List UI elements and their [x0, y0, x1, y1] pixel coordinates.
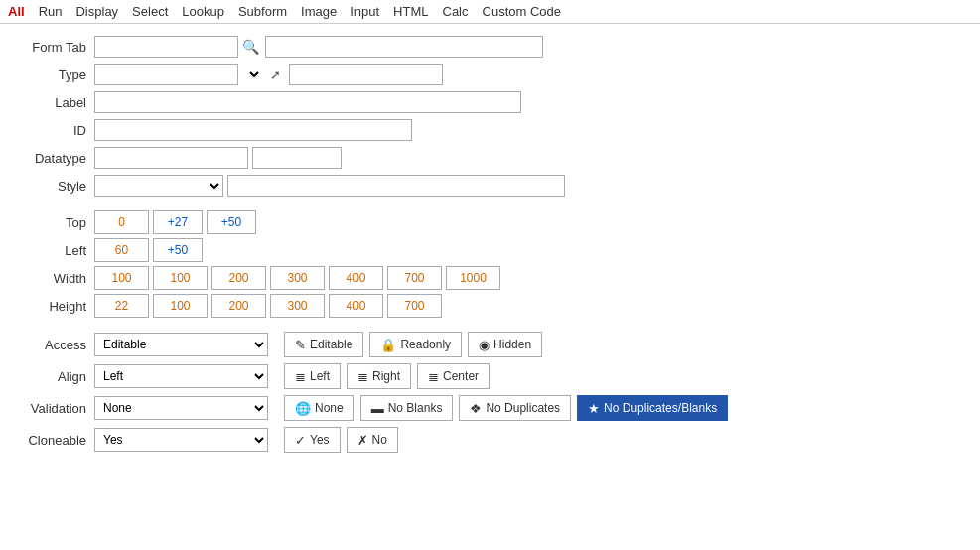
validation-none-button[interactable]: 🌐 None — [284, 395, 354, 421]
menu-item-select[interactable]: Select — [132, 4, 168, 19]
align-buttons: ≣ Left ≣ Right ≣ Center — [284, 363, 490, 389]
height-100-button[interactable]: 100 — [153, 294, 208, 318]
menu-item-custom-code[interactable]: Custom Code — [483, 4, 561, 19]
left-value-button[interactable]: 60 — [94, 238, 149, 262]
validation-no-blanks-button[interactable]: ▬ No Blanks — [360, 395, 454, 421]
width-label: Width — [20, 271, 94, 286]
validation-label: Validation — [20, 401, 94, 416]
datatype-extra-input[interactable] — [252, 147, 342, 169]
width-400-button[interactable]: 400 — [329, 266, 383, 290]
access-readonly-button[interactable]: 🔒 Readonly — [369, 332, 462, 357]
cloneable-buttons: ✓ Yes ✗ No — [284, 427, 398, 453]
access-select[interactable]: Editable Readonly Hidden Disabled — [94, 333, 268, 356]
style-select[interactable]: bold italic — [94, 175, 223, 197]
diamond-icon: ❖ — [470, 401, 482, 416]
cloneable-yes-button[interactable]: ✓ Yes — [284, 427, 341, 453]
validation-no-duplicates-button[interactable]: ❖ No Duplicates — [459, 395, 571, 421]
menu-item-html[interactable]: HTML — [393, 4, 428, 19]
access-buttons: ✎ Editable 🔒 Readonly ◉ Hidden — [284, 332, 542, 357]
menu-item-run[interactable]: Run — [39, 4, 63, 19]
cloneable-select[interactable]: Yes No — [94, 428, 268, 452]
label-label: Label — [20, 95, 94, 110]
top-plus50-button[interactable]: +50 — [207, 210, 256, 234]
label-row: Label — [20, 91, 960, 113]
cloneable-label: Cloneable — [20, 433, 94, 448]
align-center-icon: ≣ — [428, 369, 439, 384]
menu-item-lookup[interactable]: Lookup — [182, 4, 224, 19]
left-row: Left 60 +50 — [20, 238, 960, 262]
width-200-button[interactable]: 200 — [211, 266, 266, 290]
height-400-button[interactable]: 400 — [329, 294, 383, 318]
menu-bar: All Run Display Select Lookup Subform Im… — [0, 0, 980, 24]
access-row: Access Editable Readonly Hidden Disabled… — [20, 332, 960, 357]
height-row: Height 22 100 200 300 400 700 — [20, 294, 960, 318]
id-input[interactable] — [94, 119, 412, 141]
validation-row: Validation None Required Email Number 🌐 … — [20, 395, 960, 421]
style-input[interactable] — [227, 175, 565, 197]
form-tab-input[interactable] — [94, 36, 238, 58]
left-plus50-button[interactable]: +50 — [153, 238, 203, 262]
width-100a-button[interactable]: 100 — [94, 266, 149, 290]
datatype-label: Datatype — [20, 151, 94, 166]
star-icon: ★ — [588, 401, 600, 416]
height-300-button[interactable]: 300 — [270, 294, 325, 318]
access-hidden-button[interactable]: ◉ Hidden — [468, 332, 542, 357]
type-select[interactable] — [242, 64, 262, 85]
cloneable-row: Cloneable Yes No ✓ Yes ✗ No — [20, 427, 960, 453]
height-22-button[interactable]: 22 — [94, 294, 149, 318]
hidden-icon: ◉ — [479, 338, 490, 352]
top-label: Top — [20, 215, 94, 230]
main-content: Form Tab 🔍 Type ➚ Label ID Datatype Styl… — [0, 24, 980, 471]
edit-icon: ✎ — [295, 338, 306, 352]
access-editable-button[interactable]: ✎ Editable — [284, 332, 363, 357]
align-center-button[interactable]: ≣ Center — [417, 363, 490, 389]
align-right-button[interactable]: ≣ Right — [347, 363, 411, 389]
id-row: ID — [20, 119, 960, 141]
top-value-button[interactable]: 0 — [94, 210, 149, 234]
validation-select[interactable]: None Required Email Number — [94, 396, 268, 420]
align-row: Align Left Center Right ≣ Left ≣ Right ≣… — [20, 363, 960, 389]
align-left-button[interactable]: ≣ Left — [284, 363, 341, 389]
left-label: Left — [20, 243, 94, 258]
validation-no-dup-blanks-button[interactable]: ★ No Duplicates/Blanks — [577, 395, 728, 421]
width-700-button[interactable]: 700 — [387, 266, 442, 290]
datatype-row: Datatype — [20, 147, 960, 169]
menu-item-input[interactable]: Input — [350, 4, 379, 19]
width-row: Width 100 100 200 300 400 700 1000 — [20, 266, 960, 290]
globe-icon: 🌐 — [295, 401, 311, 416]
type-row: Type ➚ — [20, 64, 960, 85]
form-tab-value-input[interactable] — [265, 36, 543, 58]
datatype-input[interactable] — [94, 147, 248, 169]
access-label: Access — [20, 338, 94, 352]
type-external-link-button[interactable]: ➚ — [266, 68, 285, 82]
menu-item-display[interactable]: Display — [75, 4, 118, 19]
height-200-button[interactable]: 200 — [211, 294, 266, 318]
type-extra-input[interactable] — [289, 64, 443, 85]
menu-item-all[interactable]: All — [8, 4, 25, 19]
form-tab-search-button[interactable]: 🔍 — [238, 39, 263, 55]
height-700-button[interactable]: 700 — [387, 294, 442, 318]
top-row: Top 0 +27 +50 — [20, 210, 960, 234]
label-input[interactable] — [94, 91, 521, 113]
align-label: Align — [20, 369, 94, 384]
align-select[interactable]: Left Center Right — [94, 364, 268, 388]
width-1000-button[interactable]: 1000 — [446, 266, 500, 290]
type-label: Type — [20, 68, 94, 82]
type-input[interactable] — [94, 64, 238, 85]
cross-icon: ✗ — [357, 433, 368, 448]
id-label: ID — [20, 123, 94, 138]
cloneable-no-button[interactable]: ✗ No — [347, 427, 398, 453]
top-plus27-button[interactable]: +27 — [153, 210, 203, 234]
align-right-icon: ≣ — [357, 369, 368, 384]
width-300-button[interactable]: 300 — [270, 266, 325, 290]
menu-item-calc[interactable]: Calc — [443, 4, 469, 19]
menu-item-subform[interactable]: Subform — [238, 4, 287, 19]
align-left-icon: ≣ — [295, 369, 306, 384]
width-100b-button[interactable]: 100 — [153, 266, 208, 290]
menu-item-image[interactable]: Image — [301, 4, 337, 19]
lock-icon: 🔒 — [380, 338, 396, 352]
height-label: Height — [20, 299, 94, 314]
style-row: Style bold italic — [20, 175, 960, 197]
no-blanks-icon: ▬ — [371, 401, 384, 416]
form-tab-row: Form Tab 🔍 — [20, 36, 960, 58]
